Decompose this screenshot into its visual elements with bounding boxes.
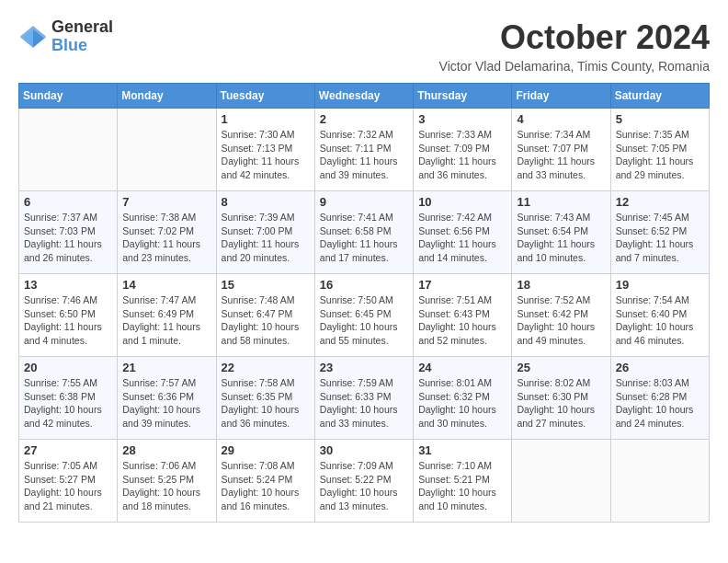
day-number: 3 bbox=[418, 112, 506, 126]
calendar-week-row: 13Sunrise: 7:46 AM Sunset: 6:50 PM Dayli… bbox=[19, 274, 710, 357]
day-info: Sunrise: 7:45 AM Sunset: 6:52 PM Dayligh… bbox=[616, 211, 704, 265]
day-info: Sunrise: 7:54 AM Sunset: 6:40 PM Dayligh… bbox=[616, 293, 704, 348]
day-info: Sunrise: 7:37 AM Sunset: 7:03 PM Dayligh… bbox=[24, 211, 112, 265]
calendar-cell: 5Sunrise: 7:35 AM Sunset: 7:05 PM Daylig… bbox=[610, 109, 709, 191]
day-info: Sunrise: 8:01 AM Sunset: 6:32 PM Dayligh… bbox=[418, 376, 506, 431]
calendar-cell: 2Sunrise: 7:32 AM Sunset: 7:11 PM Daylig… bbox=[314, 109, 413, 191]
day-info: Sunrise: 7:59 AM Sunset: 6:33 PM Dayligh… bbox=[320, 376, 408, 431]
day-info: Sunrise: 7:39 AM Sunset: 7:00 PM Dayligh… bbox=[222, 211, 310, 265]
day-number: 21 bbox=[122, 361, 210, 374]
calendar-cell: 31Sunrise: 7:10 AM Sunset: 5:21 PM Dayli… bbox=[414, 440, 512, 523]
logo-icon bbox=[18, 22, 48, 52]
calendar-cell: 8Sunrise: 7:39 AM Sunset: 7:00 PM Daylig… bbox=[216, 191, 314, 274]
calendar-cell bbox=[118, 109, 216, 191]
calendar-cell: 10Sunrise: 7:42 AM Sunset: 6:56 PM Dayli… bbox=[414, 191, 512, 274]
day-info: Sunrise: 7:57 AM Sunset: 6:36 PM Dayligh… bbox=[122, 376, 210, 431]
day-number: 8 bbox=[222, 195, 310, 209]
day-number: 30 bbox=[320, 443, 408, 457]
day-info: Sunrise: 7:33 AM Sunset: 7:09 PM Dayligh… bbox=[418, 128, 506, 182]
day-number: 28 bbox=[122, 443, 210, 457]
day-number: 13 bbox=[24, 278, 112, 292]
calendar-table: SundayMondayTuesdayWednesdayThursdayFrid… bbox=[18, 83, 710, 523]
day-info: Sunrise: 7:30 AM Sunset: 7:13 PM Dayligh… bbox=[222, 128, 310, 182]
column-header-monday: Monday bbox=[118, 84, 216, 109]
calendar-cell: 1Sunrise: 7:30 AM Sunset: 7:13 PM Daylig… bbox=[216, 109, 314, 191]
calendar-cell: 19Sunrise: 7:54 AM Sunset: 6:40 PM Dayli… bbox=[610, 274, 709, 357]
calendar-cell: 15Sunrise: 7:48 AM Sunset: 6:47 PM Dayli… bbox=[216, 274, 314, 357]
logo-general-text: General bbox=[51, 18, 113, 37]
column-header-friday: Friday bbox=[512, 84, 610, 109]
day-info: Sunrise: 7:06 AM Sunset: 5:25 PM Dayligh… bbox=[122, 459, 210, 513]
calendar-cell: 17Sunrise: 7:51 AM Sunset: 6:43 PM Dayli… bbox=[414, 274, 512, 357]
location-subtitle: Victor Vlad Delamarina, Timis County, Ro… bbox=[439, 59, 710, 74]
calendar-week-row: 20Sunrise: 7:55 AM Sunset: 6:38 PM Dayli… bbox=[19, 357, 710, 440]
calendar-cell: 25Sunrise: 8:02 AM Sunset: 6:30 PM Dayli… bbox=[512, 357, 610, 440]
day-info: Sunrise: 7:41 AM Sunset: 6:58 PM Dayligh… bbox=[320, 211, 408, 265]
day-number: 22 bbox=[222, 361, 310, 374]
calendar-week-row: 1Sunrise: 7:30 AM Sunset: 7:13 PM Daylig… bbox=[19, 109, 710, 191]
calendar-cell: 22Sunrise: 7:58 AM Sunset: 6:35 PM Dayli… bbox=[216, 357, 314, 440]
day-number: 6 bbox=[24, 195, 112, 209]
calendar-cell bbox=[19, 109, 118, 191]
day-number: 11 bbox=[517, 195, 605, 209]
calendar-week-row: 6Sunrise: 7:37 AM Sunset: 7:03 PM Daylig… bbox=[19, 191, 710, 274]
day-number: 5 bbox=[616, 112, 704, 126]
day-number: 26 bbox=[616, 361, 704, 374]
day-number: 17 bbox=[418, 278, 506, 292]
calendar-week-row: 27Sunrise: 7:05 AM Sunset: 5:27 PM Dayli… bbox=[19, 440, 710, 523]
day-info: Sunrise: 7:05 AM Sunset: 5:27 PM Dayligh… bbox=[24, 459, 112, 513]
calendar-cell bbox=[512, 440, 610, 523]
calendar-cell: 24Sunrise: 8:01 AM Sunset: 6:32 PM Dayli… bbox=[414, 357, 512, 440]
day-number: 19 bbox=[616, 278, 704, 292]
calendar-cell: 20Sunrise: 7:55 AM Sunset: 6:38 PM Dayli… bbox=[19, 357, 118, 440]
calendar-cell: 29Sunrise: 7:08 AM Sunset: 5:24 PM Dayli… bbox=[216, 440, 314, 523]
day-number: 15 bbox=[222, 278, 310, 292]
day-number: 27 bbox=[24, 443, 112, 457]
day-number: 14 bbox=[122, 278, 210, 292]
day-number: 12 bbox=[616, 195, 704, 209]
calendar-cell: 27Sunrise: 7:05 AM Sunset: 5:27 PM Dayli… bbox=[19, 440, 118, 523]
calendar-cell: 6Sunrise: 7:37 AM Sunset: 7:03 PM Daylig… bbox=[19, 191, 118, 274]
day-number: 7 bbox=[122, 195, 210, 209]
page-header: General Blue October 2024 Victor Vlad De… bbox=[18, 18, 710, 74]
day-info: Sunrise: 7:52 AM Sunset: 6:42 PM Dayligh… bbox=[517, 293, 605, 348]
day-number: 9 bbox=[320, 195, 408, 209]
day-number: 24 bbox=[418, 361, 506, 374]
logo-blue-text: Blue bbox=[51, 37, 113, 55]
calendar-cell: 7Sunrise: 7:38 AM Sunset: 7:02 PM Daylig… bbox=[118, 191, 216, 274]
day-info: Sunrise: 7:51 AM Sunset: 6:43 PM Dayligh… bbox=[418, 293, 506, 348]
day-info: Sunrise: 7:58 AM Sunset: 6:35 PM Dayligh… bbox=[222, 376, 310, 431]
day-number: 16 bbox=[320, 278, 408, 292]
day-info: Sunrise: 7:38 AM Sunset: 7:02 PM Dayligh… bbox=[122, 211, 210, 265]
day-info: Sunrise: 7:50 AM Sunset: 6:45 PM Dayligh… bbox=[320, 293, 408, 348]
day-info: Sunrise: 8:03 AM Sunset: 6:28 PM Dayligh… bbox=[616, 376, 704, 431]
calendar-cell: 18Sunrise: 7:52 AM Sunset: 6:42 PM Dayli… bbox=[512, 274, 610, 357]
calendar-cell: 30Sunrise: 7:09 AM Sunset: 5:22 PM Dayli… bbox=[314, 440, 413, 523]
day-number: 23 bbox=[320, 361, 408, 374]
calendar-cell: 11Sunrise: 7:43 AM Sunset: 6:54 PM Dayli… bbox=[512, 191, 610, 274]
day-info: Sunrise: 7:42 AM Sunset: 6:56 PM Dayligh… bbox=[418, 211, 506, 265]
column-header-sunday: Sunday bbox=[19, 84, 118, 109]
calendar-cell: 14Sunrise: 7:47 AM Sunset: 6:49 PM Dayli… bbox=[118, 274, 216, 357]
calendar-header-row: SundayMondayTuesdayWednesdayThursdayFrid… bbox=[19, 84, 710, 109]
day-info: Sunrise: 7:43 AM Sunset: 6:54 PM Dayligh… bbox=[517, 211, 605, 265]
day-info: Sunrise: 7:35 AM Sunset: 7:05 PM Dayligh… bbox=[616, 128, 704, 182]
day-info: Sunrise: 7:10 AM Sunset: 5:21 PM Dayligh… bbox=[418, 459, 506, 513]
day-number: 20 bbox=[24, 361, 112, 374]
calendar-cell: 21Sunrise: 7:57 AM Sunset: 6:36 PM Dayli… bbox=[118, 357, 216, 440]
calendar-cell: 4Sunrise: 7:34 AM Sunset: 7:07 PM Daylig… bbox=[512, 109, 610, 191]
calendar-cell: 26Sunrise: 8:03 AM Sunset: 6:28 PM Dayli… bbox=[610, 357, 709, 440]
calendar-cell: 13Sunrise: 7:46 AM Sunset: 6:50 PM Dayli… bbox=[19, 274, 118, 357]
day-number: 29 bbox=[222, 443, 310, 457]
column-header-saturday: Saturday bbox=[610, 84, 709, 109]
day-info: Sunrise: 7:09 AM Sunset: 5:22 PM Dayligh… bbox=[320, 459, 408, 513]
day-info: Sunrise: 7:46 AM Sunset: 6:50 PM Dayligh… bbox=[24, 293, 112, 348]
day-number: 2 bbox=[320, 112, 408, 126]
day-info: Sunrise: 7:08 AM Sunset: 5:24 PM Dayligh… bbox=[222, 459, 310, 513]
calendar-cell: 3Sunrise: 7:33 AM Sunset: 7:09 PM Daylig… bbox=[414, 109, 512, 191]
column-header-wednesday: Wednesday bbox=[314, 84, 413, 109]
calendar-cell: 9Sunrise: 7:41 AM Sunset: 6:58 PM Daylig… bbox=[314, 191, 413, 274]
day-info: Sunrise: 8:02 AM Sunset: 6:30 PM Dayligh… bbox=[517, 376, 605, 431]
day-info: Sunrise: 7:55 AM Sunset: 6:38 PM Dayligh… bbox=[24, 376, 112, 431]
day-number: 25 bbox=[517, 361, 605, 374]
